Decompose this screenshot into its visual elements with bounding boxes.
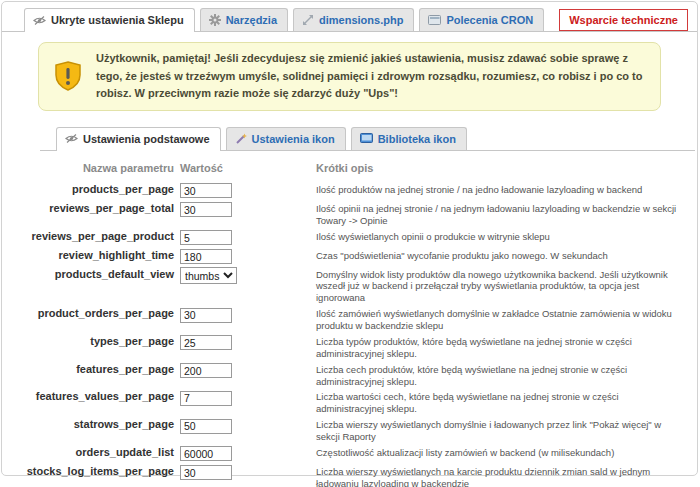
dimensions-icon [302, 14, 314, 26]
param-description: Czas "podświetlenia" wycofanie produktu … [316, 247, 697, 262]
tab-label: Ukryte ustawienia Sklepu [51, 14, 184, 26]
tab-ustawienia-podstawowe[interactable]: Ustawienia podstawowe [56, 127, 221, 151]
param-description: Ilość wyświetlanych opinii o produkcie w… [316, 228, 697, 243]
param-name: review_highlight_time [2, 247, 174, 262]
tab-label: Ustawienia ikon [252, 133, 335, 145]
param-value-cell: thumbs [174, 266, 316, 285]
tab-label: Biblioteka ikon [378, 133, 456, 145]
terminal-icon [428, 15, 441, 26]
features_values_per_page-input[interactable] [180, 391, 232, 406]
hidden-eye-icon [33, 15, 46, 26]
param-name: reviews_per_page_total [2, 200, 174, 215]
tab-label: Ustawienia podstawowe [83, 133, 210, 145]
gear-icon [209, 14, 221, 26]
param-name: features_per_page [2, 361, 174, 376]
table-rows: products_per_pageIlość produktów na jedn… [2, 181, 697, 487]
main-panel: Ukryte ustawienia Sklepu Narzędzia dimen… [1, 1, 698, 476]
tab-biblioteka-ikon[interactable]: Biblioteka ikon [351, 127, 467, 150]
product_orders_per_page-input[interactable] [180, 308, 232, 323]
tab-narzedzia[interactable]: Narzędzia [200, 8, 288, 31]
tab-label: Narzędzia [226, 14, 277, 26]
param-name: statrows_per_page [2, 416, 174, 431]
param-value-cell [174, 305, 316, 323]
param-description: Liczba cech produktów, które będą wyświe… [316, 361, 697, 388]
param-value-cell [174, 444, 316, 462]
tab-label: Polecenia CRON [446, 14, 533, 26]
param-row: stocks_log_items_per_pageLiczba wierszy … [2, 463, 697, 487]
param-value-cell [174, 416, 316, 434]
review_highlight_time-input[interactable] [180, 249, 232, 264]
reviews_per_page_total-input[interactable] [180, 202, 232, 217]
param-value-cell [174, 361, 316, 379]
wand-icon [235, 133, 247, 145]
support-link[interactable]: Wsparcie techniczne [559, 9, 688, 31]
top-tab-bar: Ukryte ustawienia Sklepu Narzędzia dimen… [2, 2, 697, 32]
warning-shield-icon [55, 61, 81, 91]
param-name: products_per_page [2, 181, 174, 196]
param-value-cell [174, 200, 316, 218]
param-description: Ilość produktów na jednej stronie / na j… [316, 181, 697, 196]
param-row: products_default_viewthumbsDomyślny wido… [2, 266, 697, 305]
param-name: features_values_per_page [2, 388, 174, 403]
param-value-cell [174, 181, 316, 199]
warning-banner: Użytkownik, pamiętaj! Jeśli zdecydujesz … [38, 42, 661, 111]
param-row: reviews_per_page_productIlość wyświetlan… [2, 228, 697, 246]
stocks_log_items_per_page-input[interactable] [180, 465, 232, 480]
param-row: statrows_per_pageLiczba wierszy wyświetl… [2, 416, 697, 443]
param-name: orders_update_list [2, 444, 174, 459]
param-description: Liczba wierszy wyświetlanych domyślnie i… [316, 416, 697, 443]
tab-ustawienia-ikon[interactable]: Ustawienia ikon [226, 127, 346, 150]
settings-table: Nazwa parametru Wartość Krótki opis prod… [2, 151, 697, 487]
param-value-cell [174, 247, 316, 265]
orders_update_list-input[interactable] [180, 446, 232, 461]
param-row: review_highlight_timeCzas "podświetlenia… [2, 247, 697, 265]
tab-dimensions-php[interactable]: dimensions.php [293, 8, 414, 31]
param-description: Liczba wartości cech, które będą wyświet… [316, 388, 697, 415]
param-description: Liczba typów produktów, które będą wyświ… [316, 333, 697, 360]
param-row: features_values_per_pageLiczba wartości … [2, 388, 697, 415]
param-value-cell [174, 333, 316, 351]
param-value-cell [174, 388, 316, 406]
param-name: reviews_per_page_product [2, 228, 174, 243]
monitor-icon [360, 133, 373, 144]
param-description: Ilość zamówień wyświetlanych domyślnie w… [316, 305, 697, 332]
param-row: features_per_pageLiczba cech produktów, … [2, 361, 697, 388]
param-description: Domyślny widok listy produktów dla noweg… [316, 266, 697, 305]
reviews_per_page_product-input[interactable] [180, 230, 232, 245]
param-name: product_orders_per_page [2, 305, 174, 320]
param-row: orders_update_listCzęstotliwość aktualiz… [2, 444, 697, 462]
features_per_page-input[interactable] [180, 363, 232, 378]
param-row: types_per_pageLiczba typów produktów, kt… [2, 333, 697, 360]
param-name: stocks_log_items_per_page [2, 463, 174, 478]
param-value-cell [174, 228, 316, 246]
param-description: Częstotliwość aktualizacji listy zamówie… [316, 444, 697, 459]
tab-polecenia-cron[interactable]: Polecenia CRON [419, 8, 544, 31]
param-row: products_per_pageIlość produktów na jedn… [2, 181, 697, 199]
param-row: product_orders_per_pageIlość zamówień wy… [2, 305, 697, 332]
statrows_per_page-input[interactable] [180, 419, 232, 434]
param-description: Ilość opinii na jednej stronie / na jedn… [316, 200, 697, 227]
header-krotki-opis: Krótki opis [316, 162, 697, 176]
products_default_view-select[interactable]: thumbs [180, 267, 237, 284]
warning-text: Użytkownik, pamiętaj! Jeśli zdecydujesz … [96, 50, 644, 103]
table-header-row: Nazwa parametru Wartość Krótki opis [2, 162, 697, 177]
header-wartosc: Wartość [174, 162, 316, 174]
param-value-cell [174, 463, 316, 481]
param-row: reviews_per_page_totalIlość opinii na je… [2, 200, 697, 227]
param-description: Liczba wierszy wyświetlanych na karcie p… [316, 463, 697, 487]
tab-label: dimensions.php [319, 14, 403, 26]
param-name: types_per_page [2, 333, 174, 348]
products_per_page-input[interactable] [180, 183, 232, 198]
hidden-eye-icon [65, 133, 78, 144]
tab-ukryte-ustawienia-sklepu[interactable]: Ukryte ustawienia Sklepu [24, 8, 195, 32]
types_per_page-input[interactable] [180, 335, 232, 350]
param-name: products_default_view [2, 266, 174, 281]
sub-tab-bar: Ustawienia podstawowe Ustawienia ikon Bi… [40, 127, 695, 151]
header-nazwa-parametru: Nazwa parametru [2, 162, 174, 175]
